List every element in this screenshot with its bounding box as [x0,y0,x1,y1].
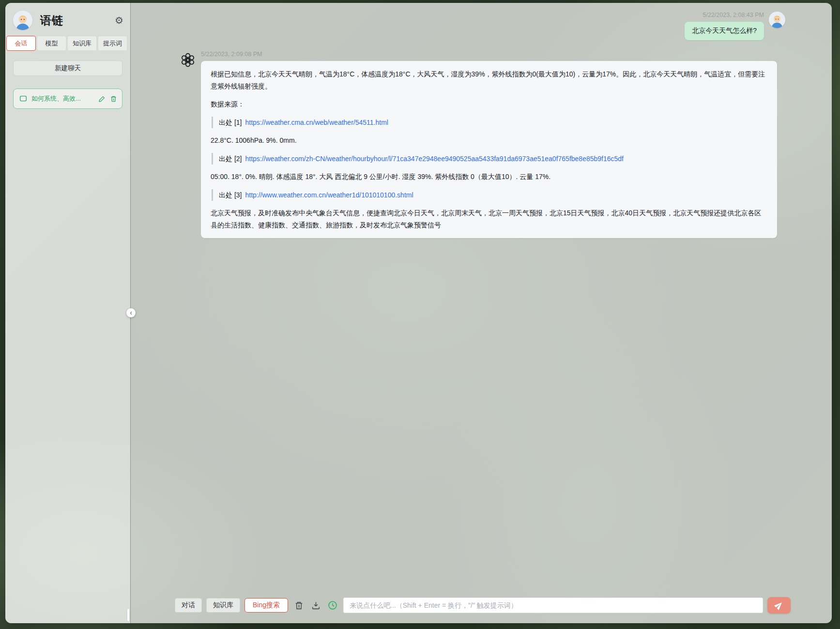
delete-conversation-icon[interactable] [110,95,117,103]
export-download-button[interactable] [309,599,322,612]
sources-heading: 数据来源： [211,98,767,110]
paper-plane-icon [773,599,785,611]
user-message-timestamp: 5/22/2023, 2:08:43 PM [703,12,764,18]
assistant-message-card: 根据已知信息，北京今天天气晴朗，气温为18°C，体感温度为18°C，大风天气，湿… [201,61,777,238]
app-window: 语链 ⚙ 会话 模型 知识库 提示词 新建聊天 如何系统、高效... ‹ [5,3,832,623]
citation-2-excerpt: 05:00. 18°. 0%. 晴朗. 体感温度 18°. 大风 西北偏北 9 … [211,171,767,183]
chevron-left-icon: ‹ [130,309,132,316]
avatar-boy-icon [13,11,32,30]
avatar-boy-icon [769,12,785,28]
citation-3-link[interactable]: http://www.weather.com.cn/weather1d/1010… [245,189,413,201]
mode-button-dialog[interactable]: 对话 [175,598,202,613]
answer-paragraph: 根据已知信息，北京今天天气晴朗，气温为18°C，体感温度为18°C，大风天气，湿… [211,68,767,92]
citation-1-link[interactable]: https://weather.cma.cn/web/weather/54511… [245,117,388,129]
sidebar-scrollbar-thumb[interactable] [127,609,129,621]
citation-2: 出处 [2] https://weather.com/zh-CN/weather… [212,153,767,165]
sidebar-collapse-button[interactable]: ‹ [126,308,136,317]
citation-3-label: 出处 [3] [219,189,242,201]
tab-knowledge-base[interactable]: 知识库 [67,36,97,51]
clear-messages-button[interactable] [292,599,305,612]
bing-search-toggle[interactable]: Bing搜索 [244,598,288,613]
citation-1-label: 出处 [1] [219,117,242,129]
settings-gear-icon[interactable]: ⚙ [115,15,123,25]
assistant-message: 5/22/2023, 2:09:08 PM 根据已知信息，北京今天天气晴朗，气温… [181,51,785,238]
citation-1-excerpt: 22.8°C. 1006hPa. 9%. 0mm. [211,135,767,147]
download-icon [311,601,321,610]
user-avatar [769,12,785,28]
citation-2-label: 出处 [2] [219,153,242,165]
clock-icon [328,600,337,610]
history-button[interactable] [326,599,339,612]
sidebar-tabs: 会话 模型 知识库 提示词 [5,36,130,51]
assistant-message-timestamp: 5/22/2023, 2:09:08 PM [201,51,262,58]
citation-1: 出处 [1] https://weather.cma.cn/web/weathe… [212,117,767,129]
conversation-title: 如何系统、高效... [31,94,94,103]
openai-logo-icon [181,53,195,67]
app-title: 语链 [40,13,63,28]
mode-button-knowledge-base[interactable]: 知识库 [206,598,240,613]
user-message-bubble: 北京今天天气怎么样? [685,22,764,40]
tab-models[interactable]: 模型 [37,36,66,51]
chat-main: 5/22/2023, 2:08:43 PM 北京今天天气怎么样? [131,3,832,623]
conversation-list-item[interactable]: 如何系统、高效... [13,89,122,109]
user-message: 5/22/2023, 2:08:43 PM 北京今天天气怎么样? [181,12,785,40]
citation-3: 出处 [3] http://www.weather.com.cn/weather… [212,189,767,201]
sidebar-header: 语链 ⚙ [5,3,130,36]
send-button[interactable] [767,597,791,614]
user-avatar[interactable] [13,11,32,30]
message-list[interactable]: 5/22/2023, 2:08:43 PM 北京今天天气怎么样? [131,3,832,589]
citation-2-link[interactable]: https://weather.com/zh-CN/weather/hourby… [245,153,624,165]
chat-bubble-icon [19,95,27,103]
tab-prompts[interactable]: 提示词 [98,36,127,51]
tab-conversations[interactable]: 会话 [6,36,36,51]
citation-3-excerpt: 北京天气预报，及时准确发布中央气象台天气信息，便捷查询北京今日天气，北京周末天气… [211,207,767,231]
message-input[interactable] [343,598,763,613]
trash-icon [294,601,304,610]
composer-bar: 对话 知识库 Bing搜索 [175,597,791,614]
new-chat-button[interactable]: 新建聊天 [13,60,122,76]
edit-pencil-icon[interactable] [98,95,106,103]
sidebar: 语链 ⚙ 会话 模型 知识库 提示词 新建聊天 如何系统、高效... [5,3,131,623]
